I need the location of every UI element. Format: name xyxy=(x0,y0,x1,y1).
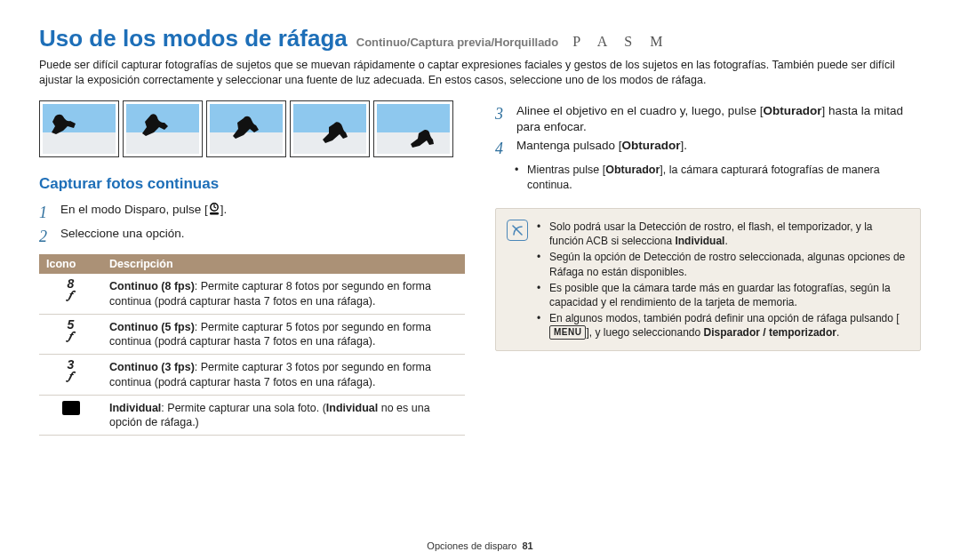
section-title: Capturar fotos continuas xyxy=(39,175,465,193)
step-number: 1 xyxy=(39,202,52,223)
note-item: •Solo podrá usar la Detección de rostro,… xyxy=(537,220,909,248)
table-row: 3𝆑Continuo (3 fps): Permite capturar 3 f… xyxy=(39,355,465,396)
sequence-frame xyxy=(39,100,119,157)
sequence-frame xyxy=(373,100,453,157)
note-icon xyxy=(507,220,528,241)
two-column-layout: Capturar fotos continuas 1 En el modo Di… xyxy=(39,100,921,436)
snowboard-icon xyxy=(377,104,450,154)
step-number: 4 xyxy=(495,138,508,159)
option-icon-cell: 3𝆑 xyxy=(39,355,102,396)
single-shot-icon xyxy=(62,401,80,415)
table-header-desc: Descripción xyxy=(102,254,465,274)
option-desc-cell: Continuo (5 fps): Permite capturar 5 fot… xyxy=(102,314,465,355)
svg-rect-5 xyxy=(210,132,283,154)
menu-key-icon: MENU xyxy=(549,325,586,340)
snowboard-icon xyxy=(293,104,366,154)
option-icon-cell xyxy=(39,395,102,436)
option-desc-cell: Individual: Permite capturar una sola fo… xyxy=(102,395,465,436)
options-table: Icono Descripción 8𝆑Continuo (8 fps): Pe… xyxy=(39,254,465,436)
snowboard-icon xyxy=(210,104,283,154)
sequence-frame xyxy=(290,100,370,157)
snowboard-icon xyxy=(43,104,116,154)
page-subtitle: Continuo/Captura previa/Horquillado xyxy=(356,36,559,49)
step-4: 4 Mantenga pulsado [Obturador]. xyxy=(495,138,921,159)
sequence-frame xyxy=(123,100,203,157)
step-text: Alinee el objetivo en el cuadro y, luego… xyxy=(516,103,921,135)
left-column: Capturar fotos continuas 1 En el modo Di… xyxy=(39,100,465,436)
table-row: 8𝆑Continuo (8 fps): Permite capturar 8 f… xyxy=(39,274,465,314)
burst-icon: 8𝆑 xyxy=(68,279,75,300)
step-1: 1 En el modo Disparo, pulse []. xyxy=(39,202,465,223)
page-title: Uso de los modos de ráfaga xyxy=(39,25,348,52)
step-3: 3 Alinee el objetivo en el cuadro y, lue… xyxy=(495,103,921,135)
page-footer: Opciones de disparo 81 xyxy=(0,540,960,551)
svg-rect-11 xyxy=(210,212,219,215)
option-desc-cell: Continuo (3 fps): Permite capturar 3 fot… xyxy=(102,355,465,396)
option-icon-cell: 8𝆑 xyxy=(39,274,102,314)
svg-rect-8 xyxy=(377,104,450,132)
bullet-dot: • xyxy=(515,163,522,192)
step-text: Seleccione una opción. xyxy=(60,226,465,247)
snowboard-sequence xyxy=(39,100,465,157)
intro-paragraph: Puede ser difícil capturar fotografías d… xyxy=(39,58,921,88)
sequence-frame xyxy=(206,100,286,157)
option-icon-cell: 5𝆑 xyxy=(39,314,102,355)
timer-drive-icon xyxy=(208,202,220,216)
mode-letters: P A S M xyxy=(572,34,669,50)
table-header-icon: Icono xyxy=(39,254,102,274)
step-text: Mantenga pulsado [Obturador]. xyxy=(516,138,921,159)
svg-rect-0 xyxy=(43,104,116,132)
step-2: 2 Seleccione una opción. xyxy=(39,226,465,247)
note-item: •Según la opción de Detección de rostro … xyxy=(537,250,909,278)
svg-rect-1 xyxy=(43,132,116,154)
title-row: Uso de los modos de ráfaga Continuo/Capt… xyxy=(39,25,921,52)
svg-rect-3 xyxy=(126,132,199,154)
manual-page: Uso de los modos de ráfaga Continuo/Capt… xyxy=(0,0,960,560)
step-4-sub: • Mientras pulse [Obturador], la cámara … xyxy=(515,163,921,192)
note-item: •En algunos modos, también podrá definir… xyxy=(537,311,909,340)
note-list: •Solo podrá usar la Detección de rostro,… xyxy=(537,218,909,342)
burst-icon: 3𝆑 xyxy=(68,360,75,380)
note-item: •Es posible que la cámara tarde más en g… xyxy=(537,281,909,309)
snowboard-icon xyxy=(126,104,199,154)
step-number: 3 xyxy=(495,103,508,135)
step-text: En el modo Disparo, pulse []. xyxy=(60,202,465,223)
note-box: •Solo podrá usar la Detección de rostro,… xyxy=(495,208,921,352)
step-number: 2 xyxy=(39,226,52,247)
sub-text: Mientras pulse [Obturador], la cámara ca… xyxy=(527,163,921,192)
table-row: Individual: Permite capturar una sola fo… xyxy=(39,395,465,436)
option-desc-cell: Continuo (8 fps): Permite capturar 8 fot… xyxy=(102,274,465,314)
table-row: 5𝆑Continuo (5 fps): Permite capturar 5 f… xyxy=(39,314,465,355)
burst-icon: 5𝆑 xyxy=(68,320,75,340)
right-column: 3 Alinee el objetivo en el cuadro y, lue… xyxy=(495,100,921,436)
